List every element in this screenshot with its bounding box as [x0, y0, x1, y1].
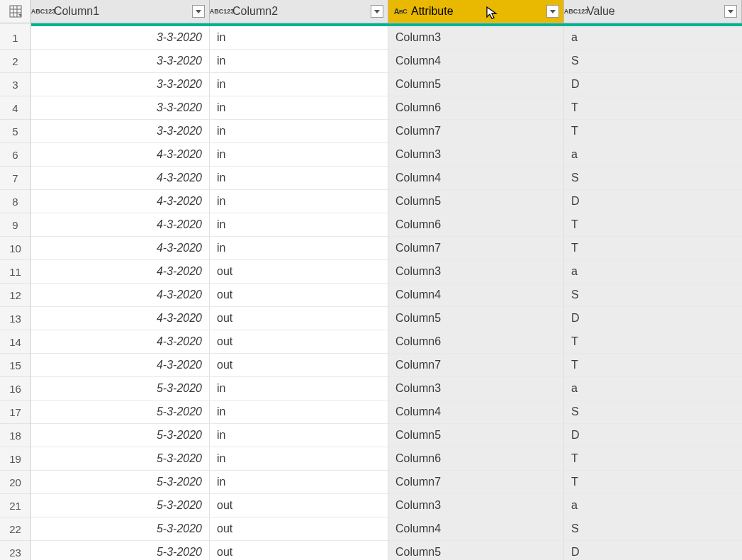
row-number[interactable]: 3 — [0, 73, 31, 96]
filter-dropdown-button[interactable] — [192, 5, 205, 18]
table-row[interactable]: 53-3-2020inColumn7T — [0, 120, 742, 143]
cell[interactable]: out — [210, 494, 388, 517]
row-number[interactable]: 17 — [0, 401, 31, 424]
cell[interactable]: out — [210, 284, 388, 307]
cell[interactable]: Column7 — [388, 237, 564, 260]
cell[interactable]: Column5 — [388, 190, 564, 213]
cell[interactable]: Column3 — [388, 260, 564, 284]
cell[interactable]: Column3 — [388, 377, 564, 401]
row-number[interactable]: 4 — [0, 96, 31, 120]
filter-dropdown-button[interactable] — [371, 5, 383, 18]
cell[interactable]: Column6 — [388, 330, 564, 354]
row-number[interactable]: 9 — [0, 213, 31, 237]
column-header-attribute[interactable]: ABC Attribute — [388, 0, 564, 23]
cell[interactable]: Column4 — [388, 401, 564, 424]
cell[interactable]: Column3 — [388, 494, 564, 517]
cell[interactable]: D — [564, 190, 742, 213]
cell[interactable]: in — [210, 143, 388, 167]
cell[interactable]: 4-3-2020 — [31, 260, 210, 284]
cell[interactable]: S — [564, 167, 742, 190]
cell[interactable]: a — [564, 260, 742, 284]
cell[interactable]: T — [564, 447, 742, 471]
cell[interactable]: in — [210, 50, 388, 73]
table-row[interactable]: 225-3-2020outColumn4S — [0, 517, 742, 541]
cell[interactable]: 5-3-2020 — [31, 494, 210, 517]
cell[interactable]: 5-3-2020 — [31, 424, 210, 447]
cell[interactable]: 4-3-2020 — [31, 143, 210, 167]
row-number[interactable]: 20 — [0, 471, 31, 494]
table-row[interactable]: 84-3-2020inColumn5D — [0, 190, 742, 213]
row-number[interactable]: 8 — [0, 190, 31, 213]
cell[interactable]: a — [564, 143, 742, 167]
cell[interactable]: Column4 — [388, 284, 564, 307]
cell[interactable]: Column4 — [388, 517, 564, 541]
cell[interactable]: S — [564, 517, 742, 541]
cell[interactable]: 5-3-2020 — [31, 471, 210, 494]
cell[interactable]: 4-3-2020 — [31, 354, 210, 377]
cell[interactable]: 5-3-2020 — [31, 401, 210, 424]
cell[interactable]: Column6 — [388, 96, 564, 120]
table-row[interactable]: 215-3-2020outColumn3a — [0, 494, 742, 517]
column-header-column2[interactable]: ABC123 Column2 — [210, 0, 388, 23]
row-number[interactable]: 12 — [0, 284, 31, 307]
table-row[interactable]: 185-3-2020inColumn5D — [0, 424, 742, 447]
cell[interactable]: D — [564, 73, 742, 96]
row-number[interactable]: 7 — [0, 167, 31, 190]
cell[interactable]: D — [564, 307, 742, 330]
cell[interactable]: 4-3-2020 — [31, 330, 210, 354]
cell[interactable]: 4-3-2020 — [31, 284, 210, 307]
cell[interactable]: T — [564, 237, 742, 260]
row-number[interactable]: 10 — [0, 237, 31, 260]
table-row[interactable]: 235-3-2020outColumn5D — [0, 541, 742, 560]
table-row[interactable]: 23-3-2020inColumn4S — [0, 50, 742, 73]
row-number[interactable]: 15 — [0, 354, 31, 377]
table-row[interactable]: 33-3-2020inColumn5D — [0, 73, 742, 96]
cell[interactable]: 4-3-2020 — [31, 237, 210, 260]
cell[interactable]: 3-3-2020 — [31, 120, 210, 143]
cell[interactable]: S — [564, 50, 742, 73]
cell[interactable]: in — [210, 377, 388, 401]
cell[interactable]: Column4 — [388, 50, 564, 73]
table-row[interactable]: 74-3-2020inColumn4S — [0, 167, 742, 190]
row-number[interactable]: 21 — [0, 494, 31, 517]
cell[interactable]: T — [564, 96, 742, 120]
cell[interactable]: a — [564, 494, 742, 517]
cell[interactable]: 3-3-2020 — [31, 26, 210, 50]
row-number[interactable]: 1 — [0, 26, 31, 50]
cell[interactable]: Column7 — [388, 471, 564, 494]
table-row[interactable]: 114-3-2020outColumn3a — [0, 260, 742, 284]
table-row[interactable]: 205-3-2020inColumn7T — [0, 471, 742, 494]
cell[interactable]: 4-3-2020 — [31, 307, 210, 330]
cell[interactable]: 5-3-2020 — [31, 377, 210, 401]
cell[interactable]: S — [564, 401, 742, 424]
cell[interactable]: in — [210, 167, 388, 190]
cell[interactable]: 3-3-2020 — [31, 73, 210, 96]
cell[interactable]: Column7 — [388, 120, 564, 143]
row-number[interactable]: 16 — [0, 377, 31, 401]
cell[interactable]: in — [210, 447, 388, 471]
table-row[interactable]: 64-3-2020inColumn3a — [0, 143, 742, 167]
cell[interactable]: T — [564, 330, 742, 354]
row-number[interactable]: 6 — [0, 143, 31, 167]
cell[interactable]: 3-3-2020 — [31, 96, 210, 120]
row-number[interactable]: 2 — [0, 50, 31, 73]
cell[interactable]: out — [210, 541, 388, 560]
filter-dropdown-button[interactable] — [546, 5, 559, 18]
cell[interactable]: out — [210, 330, 388, 354]
column-header-column1[interactable]: ABC123 Column1 — [31, 0, 210, 23]
cell[interactable]: in — [210, 237, 388, 260]
cell[interactable]: in — [210, 73, 388, 96]
cell[interactable]: Column5 — [388, 73, 564, 96]
cell[interactable]: a — [564, 377, 742, 401]
cell[interactable]: in — [210, 471, 388, 494]
cell[interactable]: out — [210, 517, 388, 541]
table-row[interactable]: 154-3-2020outColumn7T — [0, 354, 742, 377]
cell[interactable]: S — [564, 284, 742, 307]
cell[interactable]: Column4 — [388, 167, 564, 190]
cell[interactable]: Column5 — [388, 424, 564, 447]
row-number[interactable]: 5 — [0, 120, 31, 143]
table-row[interactable]: 134-3-2020outColumn5D — [0, 307, 742, 330]
table-row[interactable]: 104-3-2020inColumn7T — [0, 237, 742, 260]
cell[interactable]: in — [210, 401, 388, 424]
table-row[interactable]: 43-3-2020inColumn6T — [0, 96, 742, 120]
